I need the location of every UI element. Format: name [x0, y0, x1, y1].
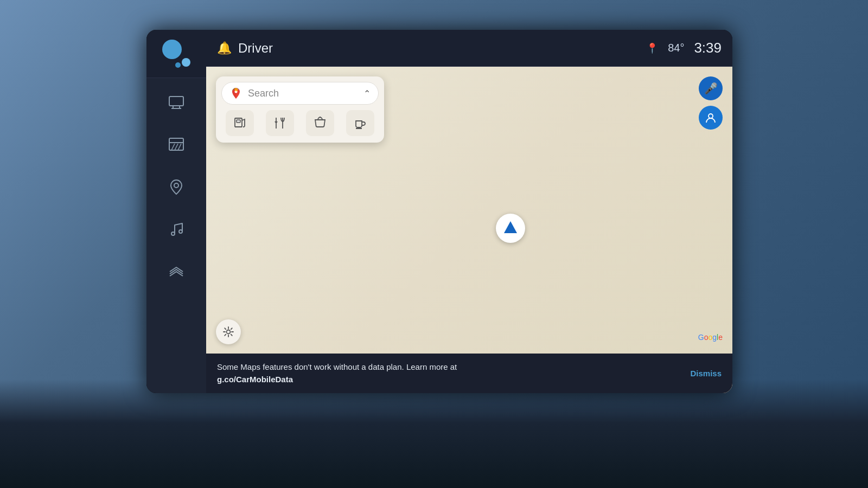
driver-label: Driver — [238, 41, 273, 56]
location-icon: 📍 — [646, 42, 658, 54]
top-bar-right: 📍 84° 3:39 — [646, 40, 722, 56]
chevron-up-icon: ⌃ — [363, 88, 371, 99]
sidebar-item-climate[interactable] — [155, 126, 198, 164]
ga-dot-tiny — [175, 62, 181, 68]
svg-line-6 — [171, 144, 175, 150]
map-controls: 🎤 — [699, 76, 723, 130]
svg-point-11 — [179, 230, 182, 233]
category-coffee[interactable] — [346, 110, 374, 136]
settings-button[interactable] — [216, 319, 241, 344]
content-area: 🔔 Driver 📍 84° 3:39 — [206, 30, 732, 393]
svg-rect-14 — [237, 120, 240, 123]
category-shopping[interactable] — [306, 110, 334, 136]
category-fuel[interactable] — [226, 110, 254, 136]
navigation-arrow — [496, 214, 525, 243]
search-bar[interactable]: Search ⌃ — [221, 82, 379, 105]
sidebar-item-music[interactable] — [155, 210, 198, 248]
google-maps-icon — [229, 87, 242, 100]
music-icon — [168, 221, 185, 238]
climate-icon — [168, 136, 185, 153]
svg-line-7 — [175, 144, 178, 150]
profile-button[interactable] — [699, 106, 723, 130]
notification-text: Some Maps features don't work without a … — [217, 361, 685, 386]
category-restaurant[interactable] — [266, 110, 294, 136]
clock-display: 3:39 — [694, 40, 722, 56]
sidebar-item-display[interactable] — [155, 84, 198, 121]
top-bar-left: 🔔 Driver — [217, 41, 646, 56]
sidebar — [146, 30, 206, 393]
notification-bar: Some Maps features don't work without a … — [206, 354, 732, 393]
dismiss-button[interactable]: Dismiss — [690, 369, 722, 378]
sidebar-nav — [146, 78, 206, 393]
svg-point-21 — [227, 330, 231, 334]
temperature-display: 84° — [668, 42, 684, 54]
screen: 🔔 Driver 📍 84° 3:39 — [146, 30, 732, 393]
gear-icon — [222, 326, 234, 338]
search-placeholder: Search — [248, 88, 358, 99]
microphone-icon: 🎤 — [704, 82, 718, 95]
svg-rect-0 — [169, 97, 183, 106]
home-icon — [168, 263, 185, 280]
sidebar-header[interactable] — [146, 30, 206, 78]
top-bar: 🔔 Driver 📍 84° 3:39 — [206, 30, 732, 67]
pin-icon — [168, 178, 185, 196]
screen-bezel: 🔔 Driver 📍 84° 3:39 — [146, 30, 732, 393]
search-categories — [221, 109, 379, 137]
svg-line-8 — [178, 144, 181, 150]
car-bottom — [0, 380, 868, 488]
sidebar-item-home[interactable] — [155, 253, 198, 291]
google-watermark: Google — [698, 333, 723, 342]
svg-point-9 — [174, 183, 178, 188]
svg-point-20 — [709, 114, 713, 118]
google-assistant-icon[interactable] — [162, 40, 190, 68]
search-widget: Search ⌃ — [216, 76, 384, 143]
display-icon — [168, 94, 185, 111]
notification-link: g.co/CarMobileData — [217, 375, 293, 384]
arrow-up — [504, 221, 517, 233]
ga-dot-main — [162, 40, 182, 59]
profile-icon — [705, 112, 717, 124]
svg-point-10 — [171, 232, 175, 235]
ga-dot-small — [182, 58, 190, 67]
map-area: Search ⌃ — [206, 67, 732, 393]
sidebar-item-navigation[interactable] — [155, 168, 198, 206]
bell-icon: 🔔 — [217, 41, 232, 55]
microphone-button[interactable]: 🎤 — [699, 76, 723, 100]
